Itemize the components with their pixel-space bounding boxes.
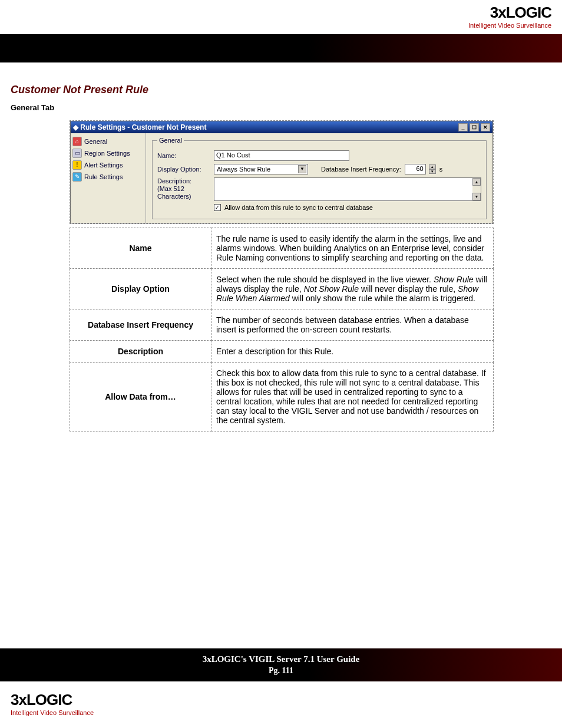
row-dbfreq-text: The number of seconds between database e… xyxy=(211,309,494,341)
row-name-label: Name xyxy=(70,228,211,269)
rule-settings-window: ◆ Rule Settings - Customer Not Present _… xyxy=(70,121,493,223)
header-bar xyxy=(0,34,562,62)
textarea-scrollbar[interactable]: ▲ ▼ xyxy=(472,178,481,200)
table-row: Database Insert Frequency The number of … xyxy=(70,309,494,341)
row-desc-label: Description xyxy=(70,341,211,363)
rule-icon: ✎ xyxy=(72,172,82,182)
screenshot-border: ◆ Rule Settings - Customer Not Present _… xyxy=(70,120,494,224)
table-row: Allow Data from… Check this box to allow… xyxy=(70,363,494,431)
window-title: ◆ Rule Settings - Customer Not Present xyxy=(73,123,206,131)
fieldset-legend: General xyxy=(157,137,184,144)
spin-down-icon: ▼ xyxy=(429,169,436,174)
nav-rule-settings[interactable]: ✎ Rule Settings xyxy=(72,171,144,183)
name-input[interactable]: Q1 No Cust xyxy=(214,150,349,161)
row-display-label: Display Option xyxy=(70,269,211,309)
footer-page: Pg. 111 xyxy=(0,666,562,676)
brand-logo-text-footer: 3xLOGIC xyxy=(11,691,94,709)
brand-tagline-footer: Intelligent Video Surveillance xyxy=(11,709,94,716)
row-dbfreq-label: Database Insert Frequency xyxy=(70,309,211,341)
row-display-text: Select when the rule should be displayed… xyxy=(211,269,494,309)
scroll-up-icon: ▲ xyxy=(472,178,481,186)
display-option-label: Display Option: xyxy=(157,166,210,173)
db-freq-input[interactable]: 60 xyxy=(405,164,426,174)
description-hint: (Max 512 Characters) xyxy=(157,185,191,200)
table-row: Display Option Select when the rule shou… xyxy=(70,269,494,309)
sync-checkbox-label: Allow data from this rule to sync to cen… xyxy=(224,204,373,211)
home-icon: ⌂ xyxy=(72,137,82,146)
display-option-select[interactable]: Always Show Rule ▼ xyxy=(214,164,308,174)
db-freq-unit: s xyxy=(439,166,443,173)
table-row: Name The rule name is used to easily ide… xyxy=(70,228,494,269)
footer-title: 3xLOGIC's VIGIL Server 7.1 User Guide xyxy=(0,654,562,664)
close-button[interactable]: ✕ xyxy=(481,123,490,131)
description-textarea[interactable]: ▲ ▼ xyxy=(214,177,481,201)
page-title: Customer Not Present Rule xyxy=(11,84,551,96)
nav-alert-settings[interactable]: ! Alert Settings xyxy=(72,159,144,171)
footer-logo: 3xLOGIC Intelligent Video Surveillance xyxy=(11,691,94,716)
dropdown-icon: ▼ xyxy=(298,165,306,173)
maximize-button[interactable]: ☐ xyxy=(470,123,479,131)
header-logo: 3xLOGIC Intelligent Video Surveillance xyxy=(468,4,551,29)
app-icon: ◆ xyxy=(73,123,78,131)
page-subtitle: General Tab xyxy=(11,103,551,112)
settings-nav: ⌂ General ▭ Region Settings ! Alert Sett… xyxy=(71,133,146,223)
minimize-button[interactable]: _ xyxy=(458,123,468,131)
field-descriptions-table: Name The rule name is used to easily ide… xyxy=(70,228,494,431)
brand-tagline: Intelligent Video Surveillance xyxy=(468,22,551,29)
row-desc-text: Enter a description for this Rule. xyxy=(211,341,494,363)
db-freq-label: Database Insert Frequency: xyxy=(321,166,401,173)
nav-region-settings[interactable]: ▭ Region Settings xyxy=(72,147,144,159)
scroll-down-icon: ▼ xyxy=(472,193,481,200)
footer-bar: 3xLOGIC's VIGIL Server 7.1 User Guide Pg… xyxy=(0,648,562,681)
description-label: Description: xyxy=(157,177,191,185)
row-name-text: The rule name is used to easily identify… xyxy=(211,228,494,269)
alert-icon: ! xyxy=(72,160,82,170)
db-freq-spinner[interactable]: ▲ ▼ xyxy=(429,164,436,174)
brand-logo-text: 3xLOGIC xyxy=(468,4,551,22)
name-label: Name: xyxy=(157,152,210,159)
table-row: Description Enter a description for this… xyxy=(70,341,494,363)
nav-general[interactable]: ⌂ General xyxy=(72,136,144,147)
spin-up-icon: ▲ xyxy=(429,164,436,169)
region-icon: ▭ xyxy=(72,149,82,158)
general-fieldset: General Name: Q1 No Cust Display Option:… xyxy=(152,137,487,219)
row-allow-label: Allow Data from… xyxy=(70,363,211,431)
row-allow-text: Check this box to allow data from this r… xyxy=(211,363,494,431)
sync-checkbox[interactable]: ✓ xyxy=(214,204,221,211)
